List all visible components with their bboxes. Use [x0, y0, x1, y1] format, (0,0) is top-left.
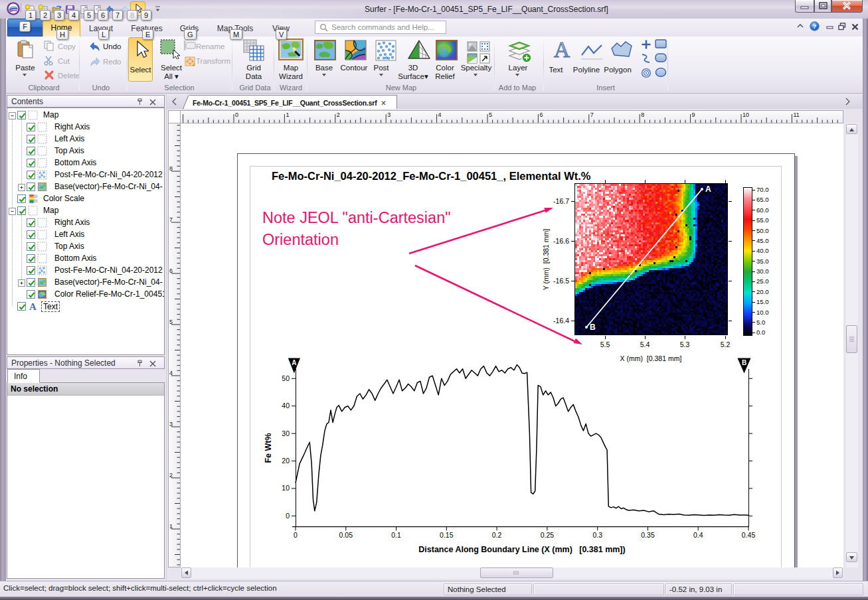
svg-text:?: ?: [813, 23, 817, 30]
svg-text:0: 0: [294, 531, 298, 539]
svg-text:20: 20: [282, 457, 290, 465]
svg-text:6: 6: [539, 112, 543, 118]
svg-text:0.15: 0.15: [440, 531, 454, 539]
svg-text:2: 2: [337, 112, 340, 118]
svg-text:5: 5: [169, 319, 173, 325]
svg-text:1: 1: [286, 112, 289, 118]
svg-text:7: 7: [169, 216, 173, 223]
svg-text:3: 3: [387, 112, 391, 118]
svg-text:10: 10: [282, 484, 290, 492]
svg-text:B: B: [742, 359, 746, 366]
svg-text:4: 4: [169, 370, 173, 376]
svg-text:0: 0: [286, 512, 290, 520]
svg-text:3: 3: [169, 421, 173, 427]
svg-text:0.35: 0.35: [641, 531, 655, 539]
svg-text:A: A: [554, 38, 570, 60]
svg-text:5: 5: [489, 112, 492, 118]
svg-text:6: 6: [169, 267, 173, 274]
svg-text:7: 7: [590, 112, 594, 118]
svg-text:Distance Along Boundary Line (: Distance Along Boundary Line (X (mm) [0.…: [418, 545, 625, 554]
svg-text:9: 9: [692, 112, 695, 118]
svg-text:0.45: 0.45: [742, 531, 756, 539]
svg-text:50: 50: [282, 374, 290, 382]
svg-text:0.1: 0.1: [391, 531, 401, 539]
svg-text:0.4: 0.4: [693, 531, 703, 539]
svg-text:A: A: [29, 301, 37, 311]
svg-text:30: 30: [282, 429, 290, 437]
svg-text:8: 8: [169, 165, 173, 172]
svg-text:0.25: 0.25: [541, 531, 555, 539]
svg-text:Fe Wt%: Fe Wt%: [264, 433, 273, 463]
svg-text:40: 40: [282, 402, 290, 410]
svg-text:2: 2: [169, 472, 173, 479]
svg-text:10: 10: [742, 112, 749, 118]
svg-text:0.3: 0.3: [592, 531, 602, 539]
svg-text:0.2: 0.2: [492, 531, 502, 539]
svg-text:8: 8: [641, 112, 644, 118]
svg-text:A: A: [292, 359, 296, 366]
svg-text:4: 4: [438, 112, 442, 118]
svg-text:11: 11: [793, 112, 799, 118]
svg-text:0: 0: [235, 112, 238, 118]
svg-text:0.05: 0.05: [339, 531, 353, 539]
svg-text:1: 1: [169, 523, 173, 530]
